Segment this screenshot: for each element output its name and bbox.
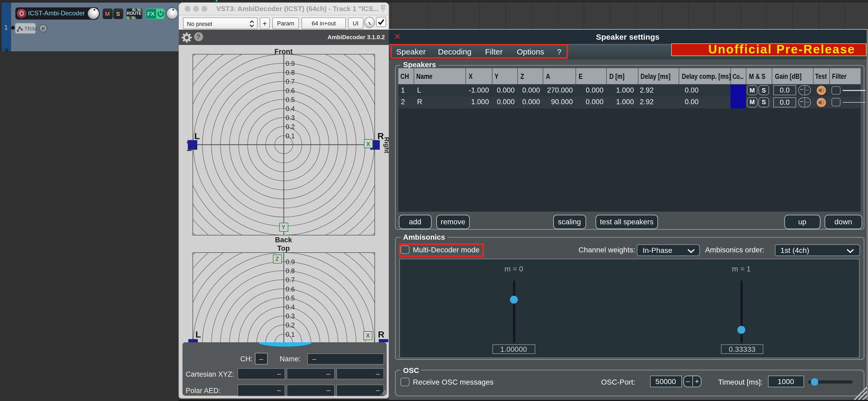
svg-text:0.9: 0.9 bbox=[286, 258, 295, 265]
svg-text:0.7: 0.7 bbox=[286, 78, 295, 85]
svg-text:0.4: 0.4 bbox=[286, 105, 295, 113]
svg-text:0.8: 0.8 bbox=[286, 267, 295, 274]
svg-text:0.2: 0.2 bbox=[286, 123, 295, 130]
svg-text:0.6: 0.6 bbox=[286, 87, 295, 94]
svg-text:0.6: 0.6 bbox=[286, 285, 295, 292]
svg-text:0.9: 0.9 bbox=[286, 60, 295, 67]
svg-text:0.5: 0.5 bbox=[286, 96, 295, 103]
svg-text:0.7: 0.7 bbox=[286, 276, 295, 283]
svg-text:0.4: 0.4 bbox=[286, 303, 295, 311]
svg-text:0.1: 0.1 bbox=[286, 330, 295, 338]
svg-text:0.8: 0.8 bbox=[286, 69, 295, 76]
svg-text:0.3: 0.3 bbox=[286, 114, 295, 121]
svg-text:0.1: 0.1 bbox=[286, 132, 295, 140]
svg-text:0.3: 0.3 bbox=[286, 312, 295, 319]
svg-text:0.2: 0.2 bbox=[286, 321, 295, 329]
svg-text:0.5: 0.5 bbox=[286, 294, 295, 302]
